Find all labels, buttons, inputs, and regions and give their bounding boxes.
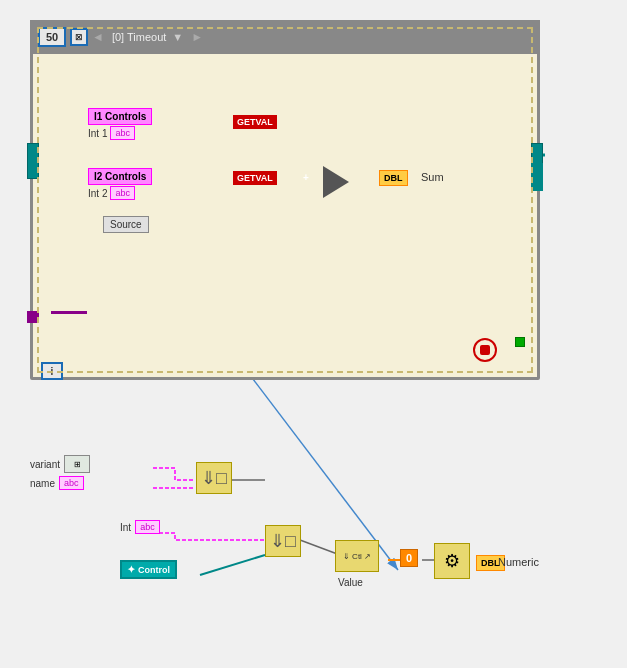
dbl-box: DBL (379, 170, 408, 186)
svg-line-13 (300, 540, 340, 555)
i1-int-block: Int 1 abc (88, 126, 135, 140)
variant-label: variant (30, 459, 60, 470)
timeout-label: [0] Timeout (112, 31, 166, 43)
variant-icon-box: ⊞ (64, 455, 90, 473)
control-teal-box[interactable]: ✦ Control (120, 560, 177, 579)
svg-line-12 (200, 555, 265, 575)
ctl-node: ⇓ Ctl ↗ (335, 540, 379, 572)
i2-int-label: Int 2 (88, 188, 107, 199)
purple-wire (51, 311, 87, 314)
gear-icon: ⚙ (444, 550, 460, 572)
i1-int-value[interactable]: abc (110, 126, 135, 140)
variant-row: variant ⊞ (30, 455, 90, 473)
stop-button[interactable] (473, 338, 497, 362)
int-label: Int (120, 522, 131, 533)
sum-label: Sum (421, 171, 444, 183)
zero-box: 0 (400, 549, 418, 567)
int-abc-box[interactable]: abc (135, 520, 160, 534)
loop-timing-icon: ⊠ (70, 28, 88, 46)
int-row: Int abc (120, 520, 160, 534)
ctl-node-text: ⇓ Ctl ↗ (343, 552, 371, 561)
add-node: + (323, 166, 349, 198)
output-terminal-right (531, 163, 543, 191)
i2-controls-block: I2 Controls (88, 168, 152, 185)
i2-controls-label[interactable]: I2 Controls (88, 168, 152, 185)
i2-int-block: Int 2 abc (88, 186, 135, 200)
iteration-count-box[interactable]: 50 (38, 27, 66, 47)
source-box[interactable]: Source (103, 216, 149, 233)
iteration-indicator: i (41, 362, 63, 380)
name-abc-box[interactable]: abc (59, 476, 84, 490)
numeric-label: Numeric (498, 556, 539, 568)
i1-int-label: Int 1 (88, 128, 107, 139)
teal-terminal-left (27, 143, 39, 179)
gear-node: ⚙ (434, 543, 470, 579)
stop-icon (480, 345, 490, 355)
name-row: name abc (30, 476, 84, 490)
i1-getval-box[interactable]: GETVAL (233, 115, 277, 129)
green-terminal (515, 337, 525, 347)
int-control-node: ⇓□ (265, 525, 301, 557)
i1-controls-label[interactable]: I1 Controls (88, 108, 152, 125)
name-label: name (30, 478, 55, 489)
variant-name-node: ⇓□ (196, 462, 232, 494)
loop-frame: 50 ⊠ ◄ [0] Timeout ▼ ► I1 Controls Int 1… (30, 20, 540, 380)
value-label: Value (338, 577, 363, 588)
i1-controls-block: I1 Controls (88, 108, 152, 125)
loop-top-bar: 50 ⊠ ◄ [0] Timeout ▼ ► (30, 20, 540, 54)
i2-int-value[interactable]: abc (110, 186, 135, 200)
purple-terminal-left (27, 311, 39, 323)
i2-getval-box[interactable]: GETVAL (233, 171, 277, 185)
dropdown-arrow-icon[interactable]: ▼ (172, 31, 183, 43)
